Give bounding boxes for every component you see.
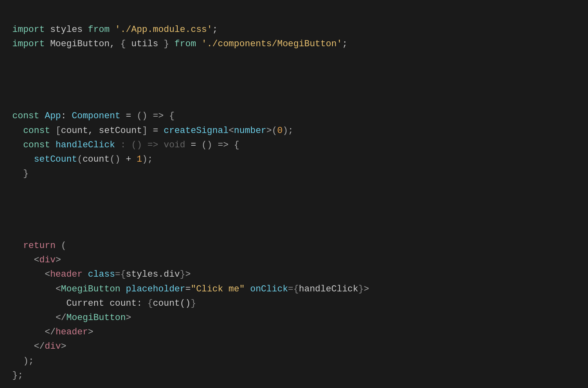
line-return: return ( <div> <header class={styles.div…: [12, 241, 369, 381]
code-editor: import styles from './App.module.css'; i…: [12, 8, 576, 388]
line-1: import styles from './App.module.css'; i…: [12, 25, 348, 49]
line-5: const App: Component = () => { const [co…: [12, 111, 294, 179]
